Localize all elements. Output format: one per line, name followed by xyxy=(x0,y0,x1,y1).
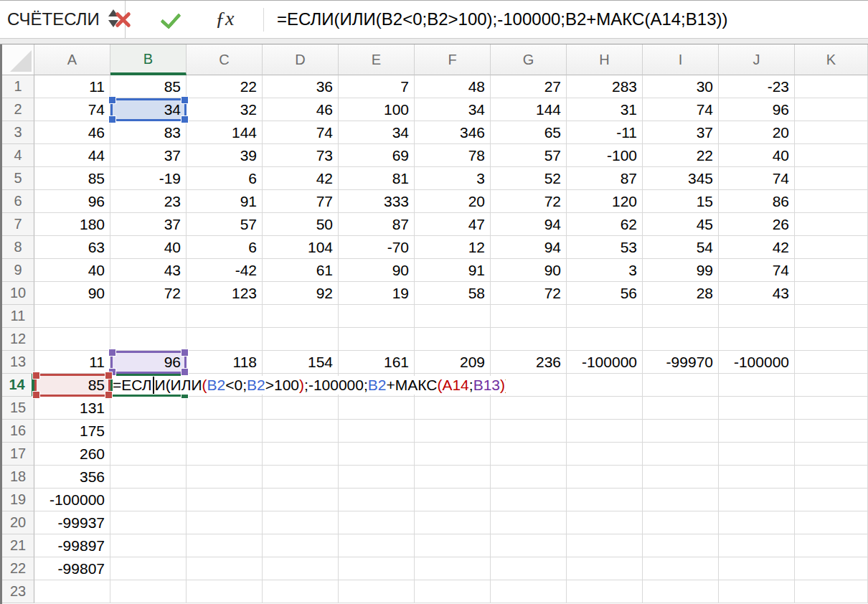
cell-D5[interactable]: 42 xyxy=(263,167,339,190)
cell-editor[interactable]: =ЕСЛИ(ИЛИ(B2<0;B2>100);-100000;B2+МАКС(A… xyxy=(113,376,506,395)
selection-handle[interactable] xyxy=(109,116,115,123)
column-header-G[interactable]: G xyxy=(491,44,567,75)
cell-H14[interactable] xyxy=(567,374,643,397)
cell-C22[interactable] xyxy=(187,557,263,580)
cell-C17[interactable] xyxy=(187,443,263,466)
cell-I2[interactable]: 74 xyxy=(643,98,719,121)
cell-J16[interactable] xyxy=(719,420,795,443)
cell-A13[interactable]: 11 xyxy=(34,351,110,374)
cell-D11[interactable] xyxy=(263,305,339,328)
cell-G15[interactable] xyxy=(491,397,567,420)
cell-F4[interactable]: 78 xyxy=(415,144,491,167)
column-header-I[interactable]: I xyxy=(643,44,719,75)
cell-I1[interactable]: 30 xyxy=(643,75,719,98)
cell-A3[interactable]: 46 xyxy=(34,121,110,144)
cell-D8[interactable]: 104 xyxy=(263,236,339,259)
cell-D15[interactable] xyxy=(263,397,339,420)
row-header-12[interactable]: 12 xyxy=(2,328,34,351)
cell-F3[interactable]: 346 xyxy=(415,121,491,144)
reference-border-B2[interactable] xyxy=(110,98,187,121)
cell-E10[interactable]: 19 xyxy=(339,282,415,305)
cell-I15[interactable] xyxy=(643,397,719,420)
cell-J21[interactable] xyxy=(719,534,795,557)
cell-K2[interactable] xyxy=(795,98,868,121)
cell-E3[interactable]: 34 xyxy=(339,121,415,144)
cell-H13[interactable]: -100000 xyxy=(567,351,643,374)
cell-E16[interactable] xyxy=(339,420,415,443)
cell-F20[interactable] xyxy=(415,511,491,534)
cell-A19[interactable]: -100000 xyxy=(34,489,110,511)
cell-A16[interactable]: 175 xyxy=(34,420,110,443)
cell-K10[interactable] xyxy=(795,282,868,305)
cell-J11[interactable] xyxy=(719,305,795,328)
cell-J22[interactable] xyxy=(719,557,795,580)
cell-I18[interactable] xyxy=(643,466,719,489)
cell-E1[interactable]: 7 xyxy=(339,75,415,98)
select-all-corner[interactable] xyxy=(2,44,34,75)
cell-B9[interactable]: 43 xyxy=(110,259,187,282)
cell-H3[interactable]: -11 xyxy=(567,121,643,144)
row-header-10[interactable]: 10 xyxy=(2,282,34,305)
cell-H11[interactable] xyxy=(567,305,643,328)
selection-handle[interactable] xyxy=(109,97,115,103)
cell-E19[interactable] xyxy=(339,489,415,511)
cell-D21[interactable] xyxy=(263,534,339,557)
cell-D16[interactable] xyxy=(263,420,339,443)
cell-K8[interactable] xyxy=(795,236,868,259)
cell-I12[interactable] xyxy=(643,328,719,351)
cell-C2[interactable]: 32 xyxy=(187,98,263,121)
selection-handle[interactable] xyxy=(105,392,112,398)
cell-A2[interactable]: 74 xyxy=(34,98,110,121)
cell-H1[interactable]: 283 xyxy=(567,75,643,98)
cell-F11[interactable] xyxy=(415,305,491,328)
row-header-13[interactable]: 13 xyxy=(2,351,34,374)
cell-K1[interactable] xyxy=(795,75,868,98)
cell-D6[interactable]: 77 xyxy=(263,190,339,213)
cell-H18[interactable] xyxy=(567,466,643,489)
cell-K3[interactable] xyxy=(795,121,868,144)
cell-J2[interactable]: 96 xyxy=(719,98,795,121)
cell-H23[interactable] xyxy=(567,580,643,603)
cell-G7[interactable]: 94 xyxy=(491,213,567,236)
row-header-1[interactable]: 1 xyxy=(2,75,34,98)
name-box[interactable]: СЧЁТЕСЛИ xyxy=(0,1,126,38)
cell-D12[interactable] xyxy=(263,328,339,351)
cell-C21[interactable] xyxy=(187,534,263,557)
cell-C23[interactable] xyxy=(187,580,263,603)
row-header-23[interactable]: 23 xyxy=(2,580,34,603)
cell-B5[interactable]: -19 xyxy=(110,167,187,190)
selection-handle[interactable] xyxy=(33,392,39,398)
cell-A1[interactable]: 11 xyxy=(34,75,110,98)
cell-G19[interactable] xyxy=(491,489,567,511)
cell-E11[interactable] xyxy=(339,305,415,328)
row-header-5[interactable]: 5 xyxy=(2,167,34,190)
cell-A17[interactable]: 260 xyxy=(34,443,110,466)
cell-A23[interactable] xyxy=(34,580,110,603)
cell-A7[interactable]: 180 xyxy=(34,213,110,236)
cell-K7[interactable] xyxy=(795,213,868,236)
cell-I14[interactable] xyxy=(643,374,719,397)
cell-I19[interactable] xyxy=(643,489,719,511)
cell-A11[interactable] xyxy=(34,305,110,328)
cell-I16[interactable] xyxy=(643,420,719,443)
cell-G18[interactable] xyxy=(491,466,567,489)
cell-H20[interactable] xyxy=(567,511,643,534)
cell-F1[interactable]: 48 xyxy=(415,75,491,98)
selection-handle[interactable] xyxy=(109,349,115,356)
cell-G22[interactable] xyxy=(491,557,567,580)
cell-I10[interactable]: 28 xyxy=(643,282,719,305)
cell-C9[interactable]: -42 xyxy=(187,259,263,282)
cell-A8[interactable]: 63 xyxy=(34,236,110,259)
cell-G21[interactable] xyxy=(491,534,567,557)
cell-J8[interactable]: 42 xyxy=(719,236,795,259)
cell-J3[interactable]: 20 xyxy=(719,121,795,144)
cell-B23[interactable] xyxy=(110,580,187,603)
cell-C12[interactable] xyxy=(187,328,263,351)
cell-E2[interactable]: 100 xyxy=(339,98,415,121)
cell-B10[interactable]: 72 xyxy=(110,282,187,305)
row-header-2[interactable]: 2 xyxy=(2,98,34,121)
cell-F5[interactable]: 3 xyxy=(415,167,491,190)
row-header-22[interactable]: 22 xyxy=(2,557,34,580)
cell-H7[interactable]: 62 xyxy=(567,213,643,236)
cell-I20[interactable] xyxy=(643,511,719,534)
